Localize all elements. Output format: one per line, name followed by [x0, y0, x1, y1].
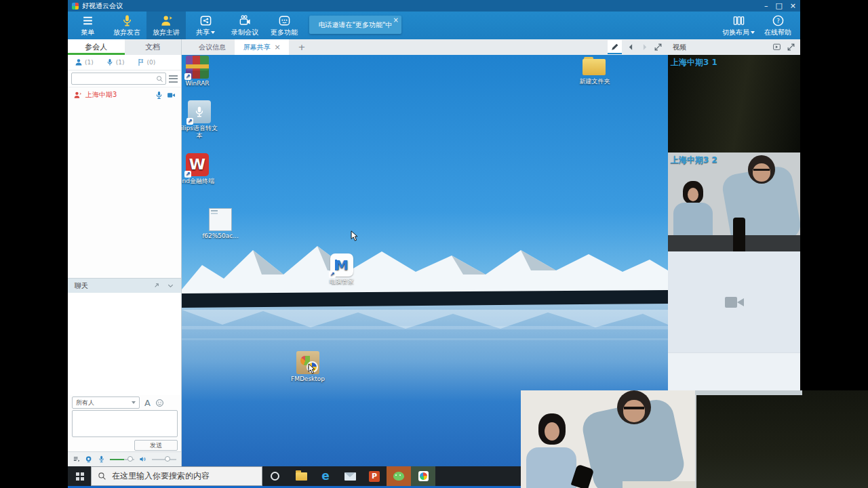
- desktop-icon-new-folder[interactable]: 新建文件夹: [575, 55, 614, 85]
- prev-arrow-icon[interactable]: [627, 43, 635, 52]
- share-icon: [199, 14, 212, 27]
- mouse-cursor-icon: [308, 363, 315, 374]
- menu-icon: [81, 14, 94, 27]
- person-figure: [688, 188, 698, 201]
- speaker-volume-icon[interactable]: [139, 455, 146, 464]
- toast-close-button[interactable]: ×: [393, 16, 399, 24]
- font-button[interactable]: A: [144, 398, 151, 408]
- desktop-icon-file[interactable]: f62%50ac...: [201, 208, 240, 240]
- list-view-icon[interactable]: [169, 75, 178, 83]
- close-button[interactable]: ×: [790, 1, 796, 11]
- give-up-speaking-button[interactable]: 放弃发言: [107, 12, 146, 39]
- tab-documents[interactable]: 文档: [125, 39, 182, 55]
- participant-mic-icon[interactable]: [155, 91, 163, 100]
- tab-screen-share[interactable]: 屏幕共享 ×: [235, 39, 289, 55]
- window-controls: – □ ×: [764, 1, 796, 11]
- taskbar-search[interactable]: 在这里输入你要搜索的内容: [91, 466, 262, 486]
- help-icon: ?: [772, 14, 785, 27]
- pencil-icon: [610, 43, 619, 52]
- powerpoint-button[interactable]: P: [362, 466, 387, 486]
- chevron-down-icon: [751, 31, 755, 34]
- video-feed-1[interactable]: 上海中期3 1: [668, 55, 800, 152]
- annotate-button[interactable]: [608, 40, 622, 54]
- desktop-icon-label: 电脑管家: [330, 278, 354, 285]
- give-up-presenter-button[interactable]: 放弃主讲: [146, 12, 186, 39]
- search-icon: [98, 472, 106, 481]
- add-tab-button[interactable]: +: [294, 39, 309, 55]
- emoji-button[interactable]: [155, 399, 164, 407]
- participant-search-input[interactable]: [71, 73, 166, 85]
- more-functions-button[interactable]: 更多功能: [264, 12, 304, 39]
- chevron-down-icon: [132, 401, 136, 404]
- record-meeting-button[interactable]: 录制会议: [225, 12, 264, 39]
- camera-overlay-video: [521, 390, 868, 488]
- file-explorer-icon: [296, 472, 307, 481]
- next-arrow-icon[interactable]: [640, 43, 649, 52]
- expand-panel-icon[interactable]: [787, 43, 795, 52]
- video-preview-icon[interactable]: [772, 43, 781, 52]
- wechat-button[interactable]: [387, 466, 411, 486]
- webcam-icon[interactable]: [85, 455, 92, 464]
- chat-input[interactable]: [72, 410, 178, 437]
- minimize-button[interactable]: –: [764, 1, 768, 11]
- send-button[interactable]: 发送: [134, 440, 178, 451]
- give-up-speaking-label: 放弃发言: [113, 28, 140, 37]
- mail-button[interactable]: [338, 466, 362, 486]
- tab-participants[interactable]: 参会人: [68, 39, 125, 55]
- desk-shape: [623, 481, 695, 488]
- person-figure: [624, 407, 644, 409]
- wind-icon: W↗: [186, 153, 209, 176]
- share-label: 共享: [196, 28, 210, 37]
- mic-glyph-icon: [193, 105, 205, 119]
- edge-button[interactable]: e: [313, 466, 338, 486]
- flag-icon: [137, 58, 145, 66]
- left-panel-tabs: 参会人 文档: [68, 39, 181, 55]
- collapse-chevron-icon[interactable]: [167, 282, 174, 289]
- shortcut-arrow-icon: ↗: [186, 118, 193, 125]
- desktop-icon-label: WinRAR: [185, 80, 209, 87]
- file-explorer-button[interactable]: [289, 466, 313, 486]
- mouse-cursor-icon: [351, 230, 358, 241]
- desktop-icon-m-app[interactable]: M↗ 电脑管家: [322, 253, 361, 285]
- meeting-app-taskbar-button[interactable]: [411, 466, 435, 486]
- share-button[interactable]: 共享: [186, 12, 225, 39]
- chat-header: 聊天: [68, 278, 181, 293]
- maximize-button[interactable]: □: [775, 1, 782, 11]
- popout-icon[interactable]: [153, 282, 160, 289]
- hands-count: (0): [147, 59, 156, 66]
- app-logo-icon: [72, 3, 79, 9]
- video-feed-empty-1[interactable]: [668, 251, 800, 352]
- recipient-select[interactable]: 所有人: [72, 396, 140, 409]
- participant-camera-icon[interactable]: [167, 91, 176, 100]
- desktop-icon-wind-terminal[interactable]: W↗ ind金融终端: [182, 153, 217, 185]
- shortcut-arrow-icon: ↗: [184, 171, 191, 178]
- m-app-icon: M↗: [330, 253, 353, 277]
- person-figure: [623, 400, 645, 422]
- fullscreen-icon[interactable]: [654, 43, 663, 52]
- tab-documents-label: 文档: [145, 42, 160, 52]
- speaker-volume-slider[interactable]: [152, 459, 176, 460]
- camera-scene: [521, 390, 695, 488]
- file-icon: [209, 208, 232, 231]
- desktop-icon-label: ilips语音转文本: [182, 125, 218, 139]
- mic-volume-icon[interactable]: [98, 455, 105, 464]
- desktop-icon-voice-to-text[interactable]: ↗ ilips语音转文本: [182, 100, 219, 140]
- menu-button[interactable]: 菜单: [68, 12, 107, 39]
- record-meeting-label: 录制会议: [231, 28, 258, 37]
- camera-placeholder-icon: [724, 295, 745, 310]
- tab-meeting-info-label: 会议信息: [199, 43, 226, 52]
- tab-meeting-info[interactable]: 会议信息: [190, 39, 235, 55]
- start-button[interactable]: [68, 466, 91, 486]
- settings-list-icon[interactable]: [73, 455, 80, 464]
- video-feed-2[interactable]: 上海中期3 2: [668, 152, 800, 251]
- switch-layout-button[interactable]: 切换布局: [719, 12, 758, 39]
- taskbar-search-placeholder: 在这里输入你要搜索的内容: [112, 470, 210, 482]
- presenter-icon: [160, 14, 173, 27]
- desktop-icon-winrar[interactable]: ↗ WinRAR: [182, 56, 217, 87]
- tab-close-button[interactable]: ×: [274, 43, 280, 52]
- search-icon: [156, 75, 163, 83]
- cortana-button[interactable]: [262, 466, 287, 486]
- participant-row[interactable]: 上海中期3: [68, 87, 181, 102]
- online-help-button[interactable]: ? 在线帮助: [758, 12, 797, 39]
- mic-volume-slider[interactable]: [110, 459, 134, 460]
